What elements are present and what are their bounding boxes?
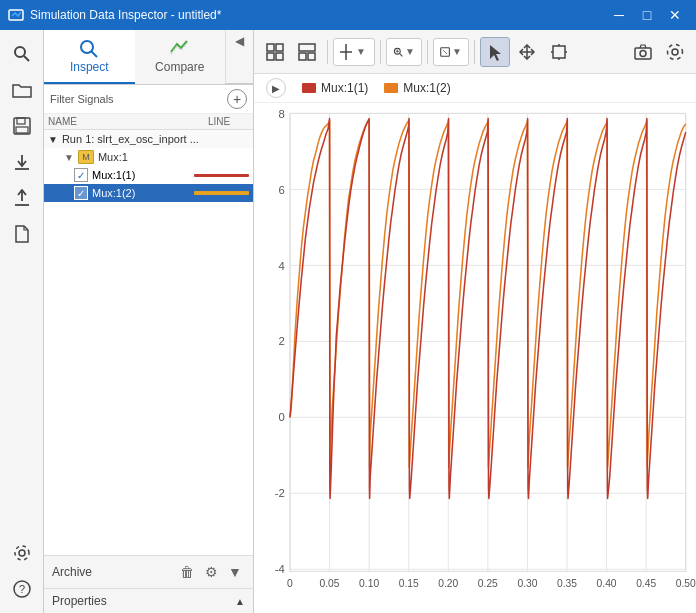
svg-text:0.25: 0.25 (478, 578, 498, 589)
svg-rect-5 (16, 127, 28, 133)
svg-line-26 (399, 53, 402, 56)
svg-rect-19 (276, 53, 283, 60)
svg-text:8: 8 (279, 108, 285, 120)
filter-signals-bar: Filter Signals + (44, 85, 253, 114)
play-button[interactable]: ▶ (266, 78, 286, 98)
folder-icon (12, 81, 32, 99)
close-button[interactable]: ✕ (662, 5, 688, 25)
svg-rect-34 (553, 46, 565, 58)
select-cursor-button[interactable] (480, 37, 510, 67)
signal-name-mux1-1: Mux:1(1) (92, 169, 190, 181)
export-icon-btn[interactable] (6, 182, 38, 214)
mux1-2-checkbox[interactable] (74, 186, 88, 200)
svg-line-30 (443, 49, 447, 53)
minimize-button[interactable]: ─ (606, 5, 632, 25)
toolbar-sep-3 (427, 40, 428, 64)
left-panel: Inspect Compare ◀ Filter Signals + NAME … (44, 30, 254, 613)
signals-tree: ▼ Run 1: slrt_ex_osc_inport ... ▼ M Mux:… (44, 130, 253, 555)
archive-delete-btn[interactable]: 🗑 (177, 562, 197, 582)
svg-text:-4: -4 (275, 563, 285, 575)
svg-point-42 (668, 44, 683, 59)
toolbar-sep-4 (474, 40, 475, 64)
svg-text:0.50: 0.50 (676, 578, 696, 589)
cursor-type-dropdown[interactable]: ▼ (333, 38, 375, 66)
folder-icon-btn[interactable] (6, 74, 38, 106)
maximize-button[interactable]: □ (634, 5, 660, 25)
legend-item-1: Mux:1(1) (302, 81, 368, 95)
svg-rect-21 (299, 53, 306, 60)
help-icon-btn[interactable]: ? (6, 573, 38, 605)
tab-inspect[interactable]: Inspect (44, 30, 135, 84)
zoom-dropdown[interactable]: ▼ (386, 38, 422, 66)
svg-rect-4 (17, 118, 25, 124)
search-icon-btn[interactable] (6, 38, 38, 70)
svg-marker-31 (490, 45, 501, 61)
svg-rect-18 (267, 53, 274, 60)
fit-icon (440, 45, 450, 59)
layout-grid-alt-button[interactable] (292, 37, 322, 67)
run-label: Run 1: slrt_ex_osc_inport ... (62, 133, 249, 145)
save-icon (13, 117, 31, 135)
col-name-header: NAME (48, 116, 189, 127)
frame-button[interactable] (544, 37, 574, 67)
archive-bar: Archive 🗑 ⚙ ▼ (44, 555, 253, 588)
svg-text:0.20: 0.20 (438, 578, 458, 589)
svg-line-2 (24, 56, 29, 61)
app-icon (8, 7, 24, 23)
svg-point-10 (19, 550, 25, 556)
signal-line-mux1-1 (194, 174, 249, 177)
import-icon-btn[interactable] (6, 146, 38, 178)
archive-label: Archive (52, 565, 173, 579)
help-icon: ? (13, 580, 31, 598)
svg-rect-20 (299, 44, 315, 51)
panel-collapse-btn[interactable]: ◀ (225, 30, 253, 84)
pan-icon (519, 44, 535, 60)
run-collapse-arrow: ▼ (48, 134, 58, 145)
cursor-icon (340, 44, 352, 60)
inspect-tab-label: Inspect (70, 60, 109, 74)
zoom-icon (393, 45, 403, 59)
save-icon-btn[interactable] (6, 110, 38, 142)
chart-container[interactable]: 8 6 4 2 0 -2 -4 0 0.05 0.10 0.15 0.20 0.… (254, 103, 696, 613)
run-row[interactable]: ▼ Run 1: slrt_ex_osc_inport ... (44, 130, 253, 148)
chart-svg: 8 6 4 2 0 -2 -4 0 0.05 0.10 0.15 0.20 0.… (254, 103, 696, 613)
svg-point-1 (15, 47, 25, 57)
title-bar-text: Simulation Data Inspector - untitled* (30, 8, 606, 22)
archive-expand-btn[interactable]: ▼ (225, 562, 245, 582)
layout-grid-button[interactable] (260, 37, 290, 67)
signals-column-header: NAME LINE (44, 114, 253, 130)
mux-row[interactable]: ▼ M Mux:1 (44, 148, 253, 166)
signal-row-mux1-1[interactable]: Mux:1(1) (44, 166, 253, 184)
new-doc-icon-btn[interactable] (6, 218, 38, 250)
svg-text:0: 0 (287, 578, 293, 589)
chart-settings-button[interactable] (660, 37, 690, 67)
fit-dropdown[interactable]: ▼ (433, 38, 469, 66)
chart-area: ▼ ▼ ▼ (254, 30, 696, 613)
legend-label-2: Mux:1(2) (403, 81, 450, 95)
pan-button[interactable] (512, 37, 542, 67)
inspect-tab-icon (78, 38, 100, 58)
archive-settings-btn[interactable]: ⚙ (201, 562, 221, 582)
compare-tab-icon (169, 38, 191, 58)
svg-rect-39 (635, 48, 651, 59)
legend-item-2: Mux:1(2) (384, 81, 450, 95)
add-signal-button[interactable]: + (227, 89, 247, 109)
properties-bar[interactable]: Properties ▲ (44, 588, 253, 613)
arrow-cursor-icon (488, 43, 502, 61)
svg-text:6: 6 (279, 183, 285, 195)
col-line-header: LINE (189, 116, 249, 127)
legend-color-1 (302, 83, 316, 93)
settings-icon-btn[interactable] (6, 537, 38, 569)
document-icon (13, 225, 31, 243)
sidebar-icons: ? (0, 30, 44, 613)
svg-text:0.10: 0.10 (359, 578, 379, 589)
svg-text:0.15: 0.15 (399, 578, 419, 589)
mux-collapse-arrow: ▼ (64, 152, 74, 163)
svg-text:2: 2 (279, 335, 285, 347)
signal-row-mux1-2[interactable]: Mux:1(2) (44, 184, 253, 202)
snapshot-button[interactable] (628, 37, 658, 67)
tab-compare[interactable]: Compare (135, 30, 226, 84)
mux1-1-checkbox[interactable] (74, 168, 88, 182)
svg-point-40 (640, 50, 646, 56)
legend-color-2 (384, 83, 398, 93)
